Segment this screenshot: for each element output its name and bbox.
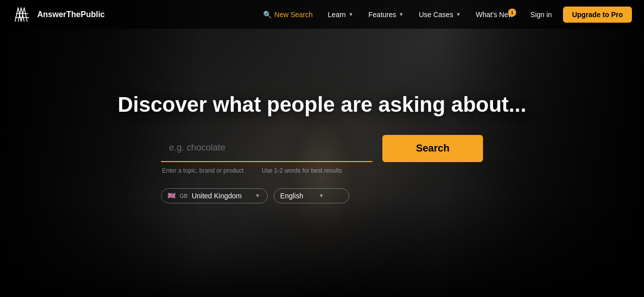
upgrade-button[interactable]: Upgrade to Pro	[563, 7, 632, 23]
nav-use-cases[interactable]: Use Cases ▼	[413, 8, 466, 22]
chevron-down-icon: ▼	[399, 12, 404, 17]
svg-line-0	[15, 8, 18, 22]
country-select[interactable]: United Kingdom United States Australia C…	[192, 192, 251, 200]
hero-headline: Discover what people are asking about...	[118, 93, 526, 117]
chevron-down-icon: ▼	[255, 193, 260, 198]
country-code: GB	[180, 193, 188, 199]
country-selector[interactable]: 🇬🇧 GB United Kingdom United States Austr…	[161, 188, 268, 203]
language-select[interactable]: English Spanish French German	[280, 192, 315, 200]
logo-icon	[12, 5, 32, 25]
flag-icon: 🇬🇧	[168, 192, 176, 199]
search-hint-1: Enter a topic, brand or product	[162, 167, 244, 174]
locale-row: 🇬🇧 GB United Kingdom United States Austr…	[161, 188, 349, 203]
chevron-down-icon: ▼	[319, 193, 324, 198]
search-button[interactable]: Search	[382, 135, 483, 162]
chevron-down-icon: ▼	[348, 12, 353, 17]
search-input[interactable]	[161, 135, 372, 162]
logo-text: AnswerThePublic	[37, 10, 105, 19]
notification-badge: 1	[508, 9, 516, 17]
nav-learn[interactable]: Learn ▼	[322, 8, 360, 22]
nav-new-search[interactable]: 🔍 New Search	[257, 8, 318, 22]
search-hints: Enter a topic, brand or product Use 1-2 …	[161, 167, 342, 174]
nav-signin[interactable]: Sign in	[522, 8, 560, 22]
language-selector[interactable]: English Spanish French German ▼	[274, 188, 349, 203]
svg-line-5	[24, 8, 27, 22]
chevron-down-icon: ▼	[456, 12, 461, 17]
main-content: Discover what people are asking about...…	[0, 29, 644, 297]
nav-links: 🔍 New Search Learn ▼ Features ▼ Use Case…	[257, 7, 632, 23]
search-hint-2: Use 1-2 words for best results	[262, 167, 342, 174]
search-icon: 🔍	[263, 11, 272, 19]
search-input-wrap	[161, 135, 372, 162]
navbar: AnswerThePublic 🔍 New Search Learn ▼ Fea…	[0, 0, 644, 29]
site-logo[interactable]: AnswerThePublic	[12, 5, 105, 25]
nav-features[interactable]: Features ▼	[362, 8, 410, 22]
search-row: Search	[161, 135, 483, 162]
nav-whats-new[interactable]: What's New 1	[470, 8, 519, 22]
search-container: Search Enter a topic, brand or product U…	[161, 135, 483, 203]
